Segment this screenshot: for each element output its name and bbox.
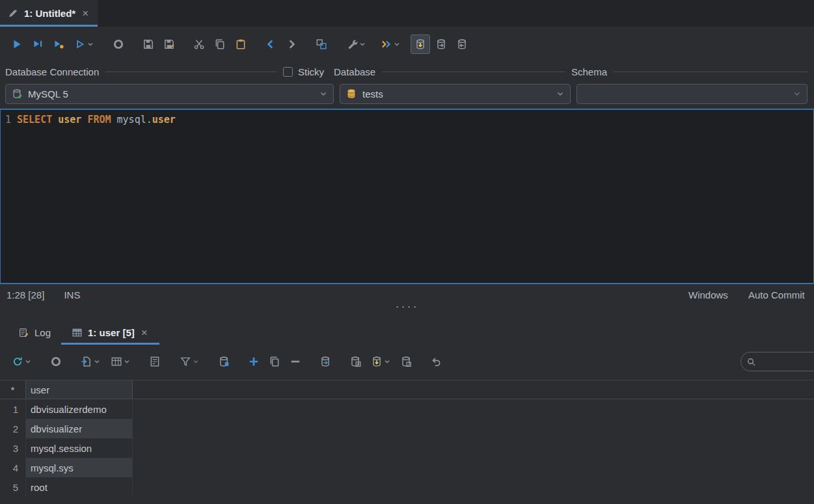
database-label: Database	[334, 66, 375, 77]
table-row[interactable]: 3 mysql.session	[0, 438, 814, 458]
cell-user[interactable]: dbvisualizerdemo	[26, 399, 133, 419]
table-row[interactable]: 1 dbvisualizerdemo	[0, 399, 814, 419]
export-button[interactable]	[76, 352, 105, 371]
paste-icon	[235, 38, 247, 50]
run-current-icon	[32, 38, 44, 50]
close-tab-icon[interactable]: ×	[140, 327, 149, 338]
row-number[interactable]: 2	[0, 419, 26, 438]
script-row-button[interactable]	[396, 352, 416, 371]
row-number[interactable]: 3	[0, 438, 26, 458]
column-setup-button[interactable]	[214, 352, 234, 371]
continue-on-error-button[interactable]	[376, 34, 405, 54]
tab-log-label: Log	[34, 327, 51, 338]
grid-corner-header[interactable]: *	[0, 380, 26, 399]
grid-search-input[interactable]	[759, 356, 814, 367]
log-icon	[18, 327, 29, 338]
import-button[interactable]	[346, 352, 365, 371]
delete-row-button[interactable]	[286, 352, 305, 371]
sql-identifier: user	[152, 114, 176, 126]
sql-editor-icon	[8, 8, 19, 19]
cell-user[interactable]: mysql.sys	[26, 458, 133, 477]
stop-button[interactable]	[46, 352, 66, 371]
results-tab-strip: Log 1: user [5] ×	[0, 317, 814, 345]
splitter-handle[interactable]: ····	[0, 302, 814, 315]
save-button[interactable]	[139, 34, 158, 54]
tab-log[interactable]: Log	[8, 320, 61, 345]
column-header-user[interactable]: user	[26, 380, 133, 399]
chevron-down-icon	[319, 90, 327, 98]
chevron-down-icon	[394, 41, 400, 47]
table-row[interactable]: 4 mysql.sys	[0, 458, 814, 477]
forward-button[interactable]	[282, 34, 301, 54]
reload-button[interactable]	[7, 352, 36, 371]
paste-button[interactable]	[231, 34, 251, 54]
duplicate-row-icon	[269, 356, 280, 367]
table-row[interactable]: 2 dbvisualizer	[0, 419, 814, 438]
cell-user[interactable]: mysql.session	[26, 438, 133, 458]
result-grid: * user 1 dbvisualizerdemo 2 dbvisualizer…	[0, 380, 814, 504]
back-button[interactable]	[261, 34, 280, 54]
commit-mode-toggle[interactable]	[411, 34, 430, 54]
run-menu-button[interactable]	[70, 34, 98, 54]
line-number: 1	[5, 114, 11, 126]
tools-menu-button[interactable]	[342, 34, 370, 54]
stop-button[interactable]	[109, 34, 128, 54]
grid-search	[740, 352, 814, 371]
row-number[interactable]: 1	[0, 399, 26, 419]
aggregate-icon	[149, 356, 161, 367]
sql-editor[interactable]: 1SELECT user FROM mysql.user	[0, 109, 814, 284]
dbvisualizer-window: 1: Untitled* ×	[0, 0, 814, 504]
duplicate-row-button[interactable]	[265, 352, 284, 371]
database-select[interactable]: tests	[340, 84, 571, 104]
run-current-button[interactable]	[28, 34, 47, 54]
schema-select[interactable]	[577, 84, 807, 104]
tab-result-label: 1: user [5]	[88, 327, 135, 338]
cell-user[interactable]: dbvisualizer	[26, 419, 133, 438]
export-icon	[81, 356, 92, 367]
code-line: 1SELECT user FROM mysql.user	[1, 110, 813, 126]
insert-row-button[interactable]	[244, 352, 264, 371]
commit-mode-icon	[414, 38, 426, 50]
column-setup-icon	[218, 356, 230, 367]
continue-on-error-icon	[381, 38, 392, 50]
caret-position: 1:28 [28]	[7, 289, 44, 300]
table-actions-button[interactable]	[366, 352, 395, 371]
run-outline-icon	[74, 38, 86, 50]
aggregate-button[interactable]	[145, 352, 165, 371]
forward-icon	[286, 38, 297, 50]
tab-result-user[interactable]: 1: user [5] ×	[61, 320, 159, 345]
filter-button[interactable]	[175, 352, 204, 371]
editor-tab[interactable]: 1: Untitled* ×	[0, 0, 98, 27]
grid-header-row: * user	[0, 380, 814, 399]
editor-tab-strip: 1: Untitled* ×	[0, 0, 814, 27]
copy-button[interactable]	[210, 34, 230, 54]
commit-button[interactable]	[431, 34, 451, 54]
cell-user[interactable]: root	[26, 477, 133, 497]
stop-icon	[113, 38, 124, 50]
commit-icon	[435, 38, 447, 50]
divider	[105, 72, 277, 72]
sticky-checkbox[interactable]	[283, 67, 293, 77]
cut-button[interactable]	[189, 34, 209, 54]
schema-label: Schema	[571, 66, 607, 77]
table-row[interactable]: 5 root	[0, 477, 814, 497]
copy-icon	[214, 38, 226, 50]
connection-select[interactable]: MySQL 5	[5, 84, 334, 104]
rollback-button[interactable]	[452, 34, 472, 54]
insert-row-icon	[248, 356, 260, 367]
detach-window-button[interactable]	[312, 34, 331, 54]
row-number[interactable]: 5	[0, 477, 26, 497]
undo-button[interactable]	[426, 352, 446, 371]
run-buffer-button[interactable]	[49, 34, 68, 54]
close-tab-icon[interactable]: ×	[81, 8, 90, 19]
save-edits-button[interactable]	[316, 352, 335, 371]
chevron-down-icon	[384, 358, 390, 365]
save-as-icon	[163, 38, 175, 50]
run-button[interactable]	[7, 34, 27, 54]
grid-view-button[interactable]	[106, 352, 135, 371]
row-number[interactable]: 4	[0, 458, 26, 477]
connection-label: Database Connection	[5, 66, 99, 77]
save-icon	[142, 38, 154, 50]
save-as-button[interactable]	[159, 34, 179, 54]
search-icon	[746, 357, 756, 367]
